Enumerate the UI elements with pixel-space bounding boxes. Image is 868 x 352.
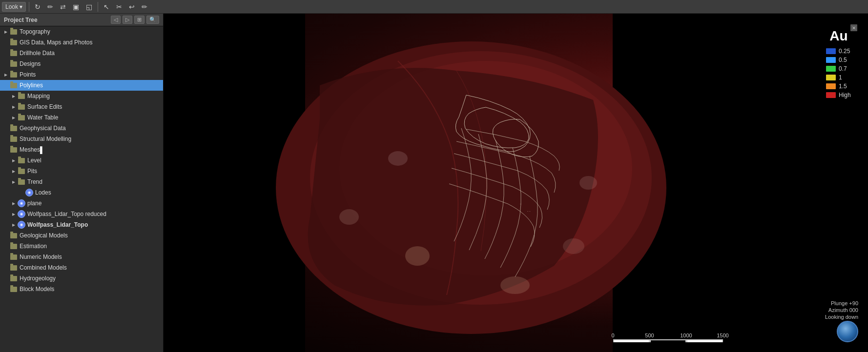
select-icon[interactable]: ↖ bbox=[101, 2, 112, 12]
scale-1000: 1000 bbox=[668, 332, 704, 338]
expand-arrow-topography[interactable]: ▶ bbox=[2, 28, 10, 36]
expand-arrow-lodes[interactable] bbox=[18, 189, 25, 196]
expand-arrow-block-models[interactable] bbox=[2, 285, 10, 293]
plunge-text: Plunge +90 bbox=[831, 300, 858, 306]
expand-arrow-combined-models[interactable] bbox=[2, 264, 10, 272]
sidebar-item-block-models[interactable]: Block Models bbox=[0, 284, 163, 294]
expand-arrow-pits[interactable]: ▶ bbox=[10, 167, 18, 175]
expand-arrow-designs[interactable] bbox=[2, 60, 10, 68]
expand-arrow-geophysical-data[interactable] bbox=[2, 124, 10, 132]
tree-label-wolfpass-lidar-topo-reduced: Wolfpass_Lidar_Topo reduced bbox=[27, 211, 106, 217]
sidebar-item-estimation[interactable]: Estimation bbox=[0, 241, 163, 252]
sidebar-item-combined-models[interactable]: Combined Models bbox=[0, 262, 163, 273]
legend-color-5 bbox=[826, 92, 836, 98]
sidebar-expand-btn[interactable]: ⊞ bbox=[134, 16, 145, 24]
expand-arrow-points[interactable]: ▶ bbox=[2, 71, 10, 78]
expand-arrow-water-table[interactable]: ▶ bbox=[10, 114, 18, 121]
look-dropdown-btn[interactable]: Look ▾ bbox=[2, 2, 26, 12]
plane-icon[interactable]: ▣ bbox=[70, 2, 82, 12]
folder-icon-drillhole-data bbox=[10, 50, 18, 57]
folder-icon-structural-modelling bbox=[10, 136, 18, 142]
tree-label-points: Points bbox=[20, 71, 36, 78]
expand-arrow-wolfpass-lidar-topo[interactable]: ▶ bbox=[10, 221, 18, 229]
folder-icon-polylines bbox=[10, 82, 18, 89]
edit2-icon[interactable]: ✏ bbox=[139, 2, 150, 12]
mesh-sphere-icon-wolfpass-lidar-topo: ◉ bbox=[18, 221, 25, 229]
rotate-icon[interactable]: ↻ bbox=[32, 2, 43, 12]
tree-label-geophysical-data: Geophysical Data bbox=[20, 125, 66, 132]
folder-icon-designs bbox=[10, 60, 18, 67]
folder-icon-geological-models bbox=[10, 232, 18, 239]
svg-point-7 bbox=[405, 246, 430, 266]
undo-icon[interactable]: ↩ bbox=[126, 2, 137, 12]
expand-arrow-surface-edits[interactable]: ▶ bbox=[10, 103, 18, 111]
sidebar-item-hydrogeology[interactable]: Hydrogeology bbox=[0, 273, 163, 284]
sidebar-item-level[interactable]: ▶Level bbox=[0, 155, 163, 166]
expand-arrow-plane[interactable]: ▶ bbox=[10, 199, 18, 207]
viewport[interactable]: - - - ✕ Au 0.250.50.711.5High 0 500 1000… bbox=[164, 14, 868, 352]
mesh-sphere-icon-wolfpass-lidar-topo-reduced: ◉ bbox=[18, 210, 25, 218]
scale-1500: 1500 bbox=[704, 332, 741, 338]
expand-arrow-mapping[interactable]: ▶ bbox=[10, 92, 18, 100]
tree-label-mapping: Mapping bbox=[27, 93, 50, 99]
folder-icon-points bbox=[10, 71, 18, 78]
sidebar-item-topography[interactable]: ▶Topography bbox=[0, 26, 163, 37]
sidebar-search-btn[interactable]: 🔍 bbox=[146, 16, 159, 24]
legend-color-0 bbox=[826, 48, 836, 54]
sidebar-item-pits[interactable]: ▶Pits bbox=[0, 166, 163, 176]
mesh-sphere-icon-lodes: ◉ bbox=[25, 189, 33, 196]
sidebar-item-water-table[interactable]: ▶Water Table bbox=[0, 112, 163, 123]
sidebar-item-structural-modelling[interactable]: Structural Modelling bbox=[0, 134, 163, 144]
svg-point-11 bbox=[579, 176, 597, 190]
folder-icon-surface-edits bbox=[18, 103, 25, 110]
expand-arrow-hydrogeology[interactable] bbox=[2, 274, 10, 282]
expand-arrow-estimation[interactable] bbox=[2, 242, 10, 250]
expand-arrow-geological-models[interactable] bbox=[2, 232, 10, 239]
expand-arrow-wolfpass-lidar-topo-reduced[interactable]: ▶ bbox=[10, 210, 18, 218]
sidebar-item-mapping[interactable]: ▶Mapping bbox=[0, 91, 163, 101]
expand-arrow-structural-modelling[interactable] bbox=[2, 135, 10, 143]
sidebar-item-designs[interactable]: Designs bbox=[0, 59, 163, 69]
legend-title: Au bbox=[826, 28, 851, 44]
scale-labels: 0 500 1000 1500 bbox=[595, 332, 741, 338]
sidebar-nav-btn-1[interactable]: ◁ bbox=[111, 16, 121, 24]
sidebar-item-points[interactable]: ▶Points bbox=[0, 69, 163, 80]
tree-label-structural-modelling: Structural Modelling bbox=[20, 136, 71, 142]
tree-label-topography: Topography bbox=[20, 28, 50, 35]
swap-icon[interactable]: ⇄ bbox=[58, 2, 68, 12]
sidebar-item-trend[interactable]: ▶Trend bbox=[0, 176, 163, 187]
sidebar-item-wolfpass-lidar-topo[interactable]: ▶◉Wolfpass_Lidar_Topo bbox=[0, 219, 163, 230]
sidebar-item-meshes[interactable]: Meshes ▌ bbox=[0, 144, 163, 155]
clip-icon[interactable]: ◱ bbox=[83, 2, 95, 12]
expand-arrow-meshes[interactable] bbox=[2, 146, 10, 154]
sidebar-item-plane[interactable]: ▶◉plane bbox=[0, 198, 163, 209]
expand-arrow-drillhole-data[interactable] bbox=[2, 49, 10, 57]
expand-arrow-level[interactable]: ▶ bbox=[10, 156, 18, 164]
legend-close-btn[interactable]: ✕ bbox=[850, 24, 857, 31]
sidebar-item-geological-models[interactable]: Geological Models bbox=[0, 230, 163, 241]
svg-text:-: - bbox=[520, 201, 521, 206]
dropdown-arrow: ▾ bbox=[20, 3, 22, 10]
expand-arrow-trend[interactable]: ▶ bbox=[10, 178, 18, 186]
sidebar-item-surface-edits[interactable]: ▶Surface Edits bbox=[0, 101, 163, 112]
legend-item-1: 0.5 bbox=[826, 57, 851, 63]
folder-icon-water-table bbox=[18, 114, 25, 121]
sidebar-item-wolfpass-lidar-topo-reduced[interactable]: ▶◉Wolfpass_Lidar_Topo reduced bbox=[0, 209, 163, 219]
sidebar-item-polylines[interactable]: Polylines bbox=[0, 80, 163, 91]
terrain-svg: - - - bbox=[164, 14, 868, 352]
legend-color-2 bbox=[826, 66, 836, 72]
scissors-icon[interactable]: ✂ bbox=[114, 2, 124, 12]
expand-arrow-polylines[interactable] bbox=[2, 81, 10, 89]
sidebar-item-drillhole-data[interactable]: Drillhole Data bbox=[0, 48, 163, 59]
sidebar-item-gis-data[interactable]: GIS Data, Maps and Photos bbox=[0, 37, 163, 48]
expand-arrow-numeric-models[interactable] bbox=[2, 253, 10, 261]
folder-icon-estimation bbox=[10, 243, 18, 250]
expand-arrow-gis-data[interactable] bbox=[2, 39, 10, 46]
sidebar-nav-btn-2[interactable]: ▷ bbox=[123, 16, 132, 24]
draw-icon[interactable]: ✏ bbox=[45, 2, 56, 12]
svg-point-10 bbox=[563, 238, 584, 254]
sidebar-item-geophysical-data[interactable]: Geophysical Data bbox=[0, 123, 163, 134]
sidebar-item-lodes[interactable]: ◉Lodes bbox=[0, 187, 163, 198]
sidebar-item-numeric-models[interactable]: Numeric Models bbox=[0, 252, 163, 262]
scale-line bbox=[613, 339, 723, 342]
